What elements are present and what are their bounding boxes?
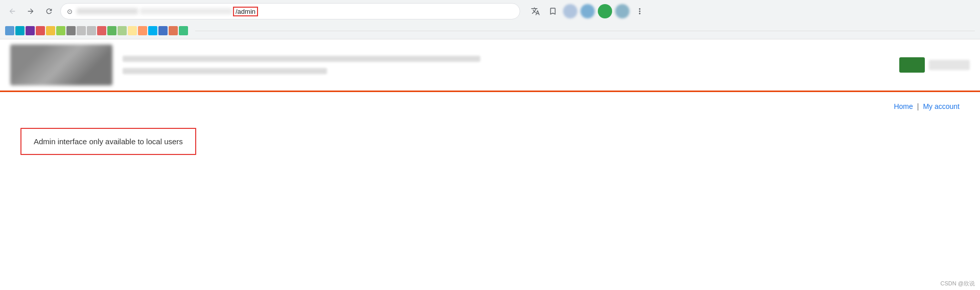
menu-button[interactable]	[633, 4, 647, 18]
swatch-10[interactable]	[97, 26, 106, 35]
reload-button[interactable]	[42, 4, 56, 18]
bookmarks-bar	[0, 23, 980, 39]
green-button[interactable]	[899, 57, 925, 73]
bookmarks-separator	[195, 31, 975, 31]
profile-avatar-2[interactable]	[580, 4, 595, 18]
swatch-3[interactable]	[26, 26, 35, 35]
profile-avatar-3[interactable]	[598, 4, 612, 18]
website-header	[0, 39, 980, 92]
page-body: Home | My account Admin interface only a…	[0, 92, 980, 194]
page-content: Home | My account Admin interface only a…	[0, 39, 980, 244]
swatch-7[interactable]	[66, 26, 76, 35]
profile-avatar-4[interactable]	[615, 4, 629, 18]
swatch-17[interactable]	[169, 26, 178, 35]
admin-notice-box: Admin interface only available to local …	[20, 128, 196, 155]
site-info-icon[interactable]: ⊙	[67, 8, 73, 15]
swatch-16[interactable]	[158, 26, 168, 35]
address-domain-blurred	[77, 8, 138, 14]
header-btn-placeholder	[929, 60, 970, 70]
nav-bar-2	[123, 68, 327, 74]
back-button[interactable]	[5, 4, 19, 18]
address-domain-suffix	[140, 8, 232, 14]
bookmark-button[interactable]	[546, 4, 560, 18]
profile-avatar-1[interactable]	[563, 4, 577, 18]
nav-bar-1	[123, 56, 480, 62]
nav-separator: |	[917, 102, 919, 110]
swatch-13[interactable]	[128, 26, 137, 35]
toolbar-right	[528, 4, 647, 18]
swatch-1[interactable]	[5, 26, 14, 35]
website-nav-links	[123, 56, 889, 74]
swatch-18[interactable]	[179, 26, 188, 35]
swatch-8[interactable]	[77, 26, 86, 35]
swatch-14[interactable]	[138, 26, 147, 35]
header-right	[899, 57, 970, 73]
forward-button[interactable]	[24, 4, 38, 18]
address-bar[interactable]: ⊙ /admin	[60, 3, 520, 19]
translate-button[interactable]	[528, 4, 543, 18]
address-text: /admin	[77, 7, 514, 16]
bookmark-swatches	[5, 26, 188, 35]
address-path: /admin	[233, 7, 258, 16]
browser-toolbar: ⊙ /admin	[0, 0, 980, 23]
swatch-6[interactable]	[56, 26, 65, 35]
browser-chrome: ⊙ /admin	[0, 0, 980, 39]
admin-notice-text: Admin interface only available to local …	[34, 137, 183, 146]
home-link[interactable]: Home	[894, 102, 913, 110]
top-right-nav: Home | My account	[894, 102, 960, 110]
swatch-11[interactable]	[107, 26, 116, 35]
swatch-12[interactable]	[118, 26, 127, 35]
swatch-4[interactable]	[36, 26, 45, 35]
swatch-9[interactable]	[87, 26, 96, 35]
swatch-15[interactable]	[148, 26, 157, 35]
swatch-5[interactable]	[46, 26, 55, 35]
swatch-2[interactable]	[15, 26, 25, 35]
my-account-link[interactable]: My account	[923, 102, 960, 110]
website-logo	[10, 44, 112, 85]
